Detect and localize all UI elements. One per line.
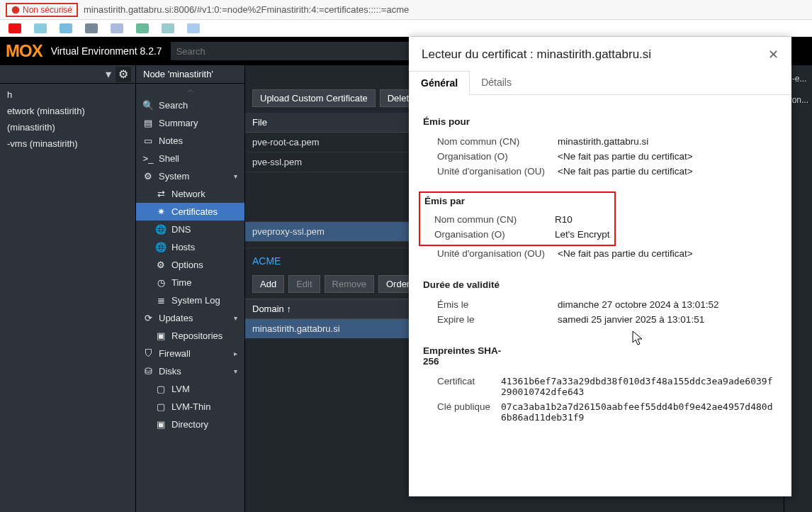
clock-icon: ◷ [156, 277, 166, 288]
terminal-icon: >_ [143, 153, 153, 164]
not-secure-label: Non sécurisé [23, 5, 72, 15]
upload-cert-button[interactable]: Upload Custom Certificate [252, 89, 376, 107]
tree-item[interactable]: (minastirith) [0, 119, 135, 135]
scroll-up-icon[interactable]: ︿ [136, 84, 244, 96]
label-o: Organisation (O) [434, 229, 555, 240]
product-label: Virtual Environment 8.2.7 [51, 45, 162, 57]
validity-heading: Durée de validité [423, 279, 777, 290]
value-issuer-o: Let's Encrypt [555, 229, 610, 240]
menu-repos[interactable]: ▣Repositories [136, 327, 244, 345]
chevron-down-icon: ▾ [234, 367, 237, 375]
chevron-down-icon[interactable]: ▾ [106, 67, 111, 81]
node-menu-panel: Node 'minastirith' ︿ 🔍Search ▤Summary ▭N… [136, 65, 245, 512]
menu-updates[interactable]: ⟳Updates▾ [136, 309, 244, 327]
menu-system[interactable]: ⚙System▾ [136, 167, 244, 185]
cert-viewer-title: Lecteur du certificat : minastirith.gatt… [422, 48, 768, 62]
value-issuer-cn: R10 [555, 214, 610, 225]
node-title: Node 'minastirith' [136, 65, 244, 84]
menu-time[interactable]: ◷Time [136, 274, 244, 291]
value-cert-fp: 41361b6ef7a33a29dbd38f010d3f48a155ddc3ea… [501, 376, 777, 397]
bookmark-icon[interactable] [34, 23, 47, 33]
label-expires: Expire le [437, 314, 558, 325]
menu-hosts[interactable]: 🌐Hosts [136, 238, 244, 256]
bookmark-icon[interactable] [162, 23, 174, 33]
value-ou: <Ne fait pas partie du certificat> [558, 166, 777, 177]
svg-point-0 [12, 6, 20, 13]
bookmark-icon[interactable] [9, 23, 21, 33]
menu-lvmthin[interactable]: ▢LVM-Thin [136, 398, 244, 416]
tree-item[interactable]: h [0, 87, 135, 103]
label-cn: Nom commun (CN) [434, 214, 555, 225]
value-expires: samedi 25 janvier 2025 à 13:01:51 [558, 314, 777, 325]
menu-lvm[interactable]: ▢LVM [136, 380, 244, 398]
issued-to-heading: Émis pour [423, 116, 777, 127]
list-icon: ≣ [156, 295, 166, 306]
network-icon: ⇄ [156, 189, 166, 199]
issued-by-heading: Émis par [424, 196, 610, 206]
menu-certificates[interactable]: ✷Certificates [136, 203, 244, 221]
bookmark-icon[interactable] [60, 23, 72, 33]
certificate-icon: ✷ [156, 206, 166, 217]
menu-directory[interactable]: ▣Directory [136, 416, 244, 433]
tree-item[interactable]: -vms (minastirith) [0, 135, 135, 152]
url-text[interactable]: minastirith.gattabru.si:8006/#v1:0:=node… [84, 4, 409, 15]
folder-icon: ▣ [156, 419, 166, 430]
value-issuer-ou: <Ne fait pas partie du certificat> [558, 248, 777, 259]
chevron-down-icon: ▾ [234, 172, 237, 180]
menu-options[interactable]: ⚙Options [136, 256, 244, 274]
bookmark-icon[interactable] [136, 23, 149, 33]
globe-icon: 🌐 [156, 242, 166, 252]
bookmark-icon[interactable] [187, 23, 200, 33]
acme-edit-button[interactable]: Edit [288, 275, 320, 293]
shield-icon: ⛉ [143, 348, 153, 359]
note-icon: ▭ [143, 135, 153, 146]
label-cert-fp: Certificat [437, 376, 501, 397]
logo: MOX [6, 41, 43, 61]
value-issued: dimanche 27 octobre 2024 à 13:01:52 [558, 299, 777, 310]
menu-network[interactable]: ⇄Network [136, 185, 244, 203]
box-icon: ▣ [156, 330, 166, 341]
gears-icon: ⚙ [143, 171, 153, 182]
warning-icon [11, 6, 20, 14]
label-o: Organisation (O) [437, 151, 558, 162]
chevron-right-icon: ▸ [234, 350, 237, 357]
square-icon: ▢ [156, 384, 166, 394]
tab-details[interactable]: Détails [470, 71, 523, 94]
disk-icon: ⛁ [143, 366, 153, 377]
menu-dns[interactable]: 🌐DNS [136, 221, 244, 238]
value-o: <Ne fait pas partie du certificat> [558, 151, 777, 162]
menu-firewall[interactable]: ⛉Firewall▸ [136, 345, 244, 362]
globe-icon: 🌐 [156, 224, 166, 235]
bookmark-icon[interactable] [111, 23, 123, 33]
tree-item[interactable]: etwork (minastirith) [0, 103, 135, 119]
menu-notes[interactable]: ▭Notes [136, 132, 244, 150]
tab-general[interactable]: Général [409, 71, 470, 95]
label-pubkey-fp: Clé publique [437, 401, 501, 423]
close-icon[interactable]: ✕ [768, 47, 779, 62]
book-icon: ▤ [143, 118, 153, 128]
menu-disks[interactable]: ⛁Disks▾ [136, 362, 244, 380]
menu-syslog[interactable]: ≣System Log [136, 291, 244, 309]
search-icon: 🔍 [143, 100, 153, 111]
acme-remove-button[interactable]: Remove [325, 275, 374, 293]
menu-search[interactable]: 🔍Search [136, 96, 244, 114]
acme-add-button[interactable]: Add [252, 275, 284, 293]
label-cn: Nom commun (CN) [437, 136, 558, 147]
issued-by-highlight: Émis par Nom commun (CN)R10 Organisation… [419, 191, 616, 246]
label-ou: Unité d'organisation (OU) [437, 166, 558, 177]
value-pubkey-fp: 07ca3aba1b2a7d26150aabfeef55dd4b0f9e42ae… [501, 401, 777, 423]
square-icon: ▢ [156, 401, 166, 412]
label-issued: Émis le [437, 299, 558, 310]
bookmark-strip [0, 20, 812, 37]
resource-tree-panel: ▾ ⚙ h etwork (minastirith) (minastirith)… [0, 65, 136, 512]
value-cn: minastirith.gattabru.si [558, 136, 777, 147]
gear-icon[interactable]: ⚙ [115, 67, 131, 82]
gear-icon: ⚙ [156, 260, 166, 270]
menu-summary[interactable]: ▤Summary [136, 114, 244, 132]
refresh-icon: ⟳ [143, 313, 153, 323]
not-secure-badge[interactable]: Non sécurisé [6, 3, 78, 17]
menu-shell[interactable]: >_Shell [136, 150, 244, 167]
bookmark-icon[interactable] [85, 23, 98, 33]
chevron-down-icon: ▾ [234, 314, 237, 322]
certificate-viewer-panel: Lecteur du certificat : minastirith.gatt… [409, 37, 791, 496]
